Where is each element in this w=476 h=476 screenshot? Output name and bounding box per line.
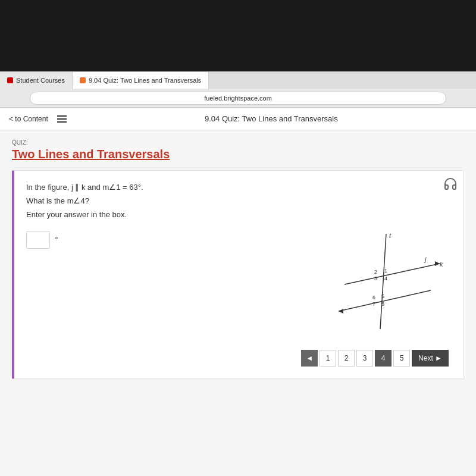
page-5-button[interactable]: 5 bbox=[393, 350, 410, 367]
tab-quiz[interactable]: 9.04 Quiz: Two Lines and Transversals bbox=[73, 72, 209, 89]
top-background bbox=[0, 0, 476, 71]
hamburger-menu[interactable] bbox=[57, 115, 67, 123]
tab-student[interactable]: Student Courses bbox=[0, 72, 73, 89]
pagination: ◄ 1 2 3 4 5 Next ► bbox=[26, 350, 452, 367]
question-card: In the figure, j ∥ k and m∠1 = 63°. What… bbox=[12, 170, 464, 379]
svg-marker-3 bbox=[435, 261, 440, 266]
page-3-button[interactable]: 3 bbox=[356, 350, 373, 367]
page-2-button[interactable]: 2 bbox=[338, 350, 355, 367]
svg-text:7: 7 bbox=[372, 301, 375, 307]
page-title: 9.04 Quiz: Two Lines and Transversals bbox=[76, 114, 467, 123]
hamburger-line3 bbox=[57, 121, 67, 123]
hamburger-line2 bbox=[57, 118, 67, 120]
diagram-container: t j k 2 1 bbox=[70, 231, 452, 338]
svg-text:1: 1 bbox=[384, 268, 387, 274]
svg-line-6 bbox=[339, 290, 431, 311]
answer-box: ° bbox=[26, 231, 58, 249]
browser-chrome: Student Courses 9.04 Quiz: Two Lines and… bbox=[0, 71, 476, 108]
tab-quiz-icon bbox=[80, 77, 86, 83]
svg-line-2 bbox=[345, 264, 440, 284]
svg-text:t: t bbox=[389, 232, 392, 239]
page-header: < to Content 9.04 Quiz: Two Lines and Tr… bbox=[0, 108, 476, 130]
tab-quiz-label: 9.04 Quiz: Two Lines and Transversals bbox=[89, 77, 201, 84]
browser-tabs: Student Courses 9.04 Quiz: Two Lines and… bbox=[0, 72, 476, 89]
quiz-label: QUIZ: bbox=[12, 139, 464, 146]
degree-symbol: ° bbox=[55, 235, 58, 245]
question-line1: In the figure, j ∥ k and m∠1 = 63°. bbox=[26, 183, 452, 192]
next-button[interactable]: Next ► bbox=[412, 350, 449, 367]
svg-text:5: 5 bbox=[381, 293, 384, 299]
browser-toolbar: fueled.brightspace.com bbox=[0, 89, 476, 108]
back-to-content-link[interactable]: < to Content bbox=[9, 115, 48, 123]
answer-input[interactable] bbox=[26, 231, 50, 249]
quiz-title: Two Lines and Transversals bbox=[12, 148, 464, 161]
page-1-button[interactable]: 1 bbox=[320, 350, 336, 367]
svg-text:4: 4 bbox=[384, 275, 387, 281]
svg-text:6: 6 bbox=[372, 295, 375, 300]
svg-text:8: 8 bbox=[381, 301, 384, 307]
question-line3: Enter your answer in the box. bbox=[26, 210, 452, 219]
prev-button[interactable]: ◄ bbox=[301, 350, 318, 367]
svg-text:2: 2 bbox=[374, 269, 377, 275]
url-bar[interactable]: fueled.brightspace.com bbox=[30, 92, 446, 105]
page-4-button[interactable]: 4 bbox=[375, 350, 392, 367]
headphone-icon[interactable] bbox=[443, 177, 458, 191]
main-content: QUIZ: Two Lines and Transversals In the … bbox=[0, 130, 476, 476]
svg-text:3: 3 bbox=[374, 275, 377, 281]
geometry-diagram: t j k 2 1 bbox=[321, 231, 452, 338]
question-body: ° t j k bbox=[26, 231, 452, 338]
url-text: fueled.brightspace.com bbox=[204, 95, 272, 102]
svg-text:k: k bbox=[440, 261, 443, 268]
question-line2: What is the m∠4? bbox=[26, 196, 452, 205]
tab-student-icon bbox=[7, 77, 13, 83]
svg-marker-7 bbox=[339, 309, 343, 314]
svg-text:j: j bbox=[424, 256, 427, 263]
answer-section: ° bbox=[26, 231, 58, 249]
hamburger-line1 bbox=[57, 115, 67, 117]
tab-student-label: Student Courses bbox=[16, 77, 65, 84]
svg-line-0 bbox=[380, 234, 386, 329]
